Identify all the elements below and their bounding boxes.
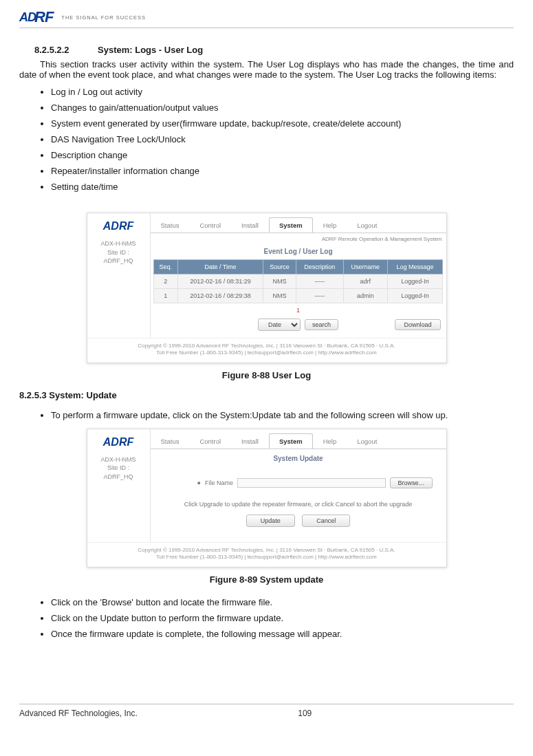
copyright-line: Copyright © 1999-2010 Advanced RF Techno… [93, 547, 441, 554]
tab-help[interactable]: Help [313, 433, 347, 449]
header-subtitle: ADRF Remote Operation & Management Syste… [151, 233, 446, 245]
mini-logo: ADRF [93, 220, 144, 233]
section-heading-update: 8.2.5.3 System: Update [19, 390, 514, 400]
cell-msg: Logged-In [387, 274, 442, 289]
sidebar-line: ADX-H-NMS [93, 455, 144, 464]
col-logmessage: Log Message [387, 260, 442, 274]
table-row: 2 2012-02-16 / 08:31:29 NMS ----- adrf L… [153, 274, 442, 289]
list-item: System event generated by user(firmware … [51, 116, 514, 131]
tab-system[interactable]: System [269, 433, 313, 449]
filter-select[interactable]: Date [258, 318, 301, 331]
contact-line: Toll Free Number (1-800-313-9345) | tech… [93, 554, 441, 561]
tab-logout[interactable]: Logout [347, 217, 387, 233]
list-item: Click on the 'Browse' button and locate … [51, 594, 514, 610]
list-item: Changes to gain/attenuation/output value… [51, 100, 514, 116]
cell-desc: ----- [296, 289, 343, 303]
tab-control[interactable]: Control [189, 433, 231, 449]
mini-logo: ADRF [93, 436, 144, 449]
logo-tagline: THE SIGNAL FOR SUCCESS [61, 14, 146, 21]
tab-install[interactable]: Install [231, 433, 269, 449]
cell-seq: 2 [153, 274, 177, 289]
section-number: 8.2.5.2.2 [34, 45, 98, 55]
cell-dt: 2012-02-16 / 08:29:38 [177, 289, 263, 303]
screenshot-footer: Copyright © 1999-2010 Advanced RF Techno… [87, 542, 446, 567]
list-item: Repeater/installer information change [51, 163, 514, 179]
search-button[interactable]: search [305, 319, 338, 330]
sidebar-line: Site ID : ADRF_HQ [93, 248, 144, 266]
bullet-list: To perform a firmware update, click on t… [43, 407, 514, 423]
list-item: Click on the Update button to perform th… [51, 610, 514, 626]
sidebar-line: ADX-H-NMS [93, 239, 144, 248]
list-item: Setting date/time [51, 179, 514, 195]
panel-title: Event Log / User Log [151, 245, 446, 259]
sidebar: ADRF ADX-H-NMS Site ID : ADRF_HQ [87, 213, 151, 338]
screenshot-footer: Copyright © 1999-2010 Advanced RF Techno… [87, 338, 446, 363]
tab-help[interactable]: Help [313, 217, 347, 233]
screenshot-update: ADRF ADX-H-NMS Site ID : ADRF_HQ Status … [87, 429, 447, 568]
tab-bar: Status Control Install System Help Logou… [151, 429, 446, 449]
cell-seq: 1 [153, 289, 177, 303]
tab-system[interactable]: System [269, 217, 313, 233]
update-hint: Click Upgrade to update the repeater fir… [156, 498, 441, 515]
bullet-list: Log in / Log out activity Changes to gai… [43, 84, 514, 195]
bullet-list: Click on the 'Browse' button and locate … [43, 594, 514, 642]
file-name-label: File Name [205, 479, 233, 486]
filter-row: Date search Download [151, 316, 446, 338]
page-footer: Advanced RF Technologies, Inc. 109 [19, 704, 514, 718]
section-heading: 8.2.5.2.2 System: Logs - User Log [34, 45, 514, 55]
list-item: Description change [51, 147, 514, 163]
section-title: System: Logs - User Log [98, 45, 203, 55]
list-item: DAS Navigation Tree Lock/Unlock [51, 131, 514, 147]
sidebar-line: Site ID : ADRF_HQ [93, 464, 144, 481]
browse-button[interactable]: Browse… [390, 477, 432, 488]
col-seq: Seq. [153, 260, 177, 274]
file-radio-icon[interactable]: ● [197, 479, 201, 486]
tab-status[interactable]: Status [151, 433, 190, 449]
section-paragraph: This section tracks user activity within… [19, 59, 514, 80]
cell-user: adrf [343, 274, 387, 289]
figure-update: ADRF ADX-H-NMS Site ID : ADRF_HQ Status … [19, 429, 514, 568]
file-row: ● File Name Browse… [156, 471, 441, 498]
footer-company: Advanced RF Technologies, Inc. [19, 709, 138, 718]
cell-msg: Logged-In [387, 289, 442, 303]
contact-line: Toll Free Number (1-800-313-9345) | tech… [93, 349, 441, 356]
company-logo: ADRF [19, 8, 53, 26]
cancel-button[interactable]: Cancel [302, 515, 350, 527]
cell-src: NMS [263, 289, 296, 303]
col-description: Description [296, 260, 343, 274]
userlog-table: Seq. Date / Time Source Description User… [153, 259, 443, 303]
list-item: To perform a firmware update, click on t… [51, 407, 514, 423]
pager[interactable]: 1 [151, 303, 446, 316]
figure-userlog: ADRF ADX-H-NMS Site ID : ADRF_HQ Status … [19, 213, 514, 363]
tab-status[interactable]: Status [151, 217, 190, 233]
logo-right: RF [34, 8, 53, 26]
footer-page-number: 109 [298, 709, 312, 718]
cell-desc: ----- [296, 274, 343, 289]
col-source: Source [263, 260, 296, 274]
col-username: Username [343, 260, 387, 274]
file-name-input[interactable] [237, 478, 387, 488]
table-row: 1 2012-02-16 / 08:29:38 NMS ----- admin … [153, 289, 442, 303]
col-datetime: Date / Time [177, 260, 263, 274]
panel-title: System Update [151, 449, 446, 466]
cell-user: admin [343, 289, 387, 303]
list-item: Once the firmware update is complete, th… [51, 626, 514, 642]
logo-left: AD [19, 10, 36, 25]
figure-caption: Figure 8-89 System update [19, 574, 514, 585]
copyright-line: Copyright © 1999-2010 Advanced RF Techno… [93, 343, 441, 349]
download-button[interactable]: Download [395, 319, 440, 330]
sidebar: ADRF ADX-H-NMS Site ID : ADRF_HQ [87, 429, 151, 542]
cell-src: NMS [263, 274, 296, 289]
tab-install[interactable]: Install [231, 217, 269, 233]
tab-bar: Status Control Install System Help Logou… [151, 213, 446, 233]
update-button[interactable]: Update [246, 515, 295, 527]
figure-caption: Figure 8-88 User Log [19, 370, 514, 380]
screenshot-userlog: ADRF ADX-H-NMS Site ID : ADRF_HQ Status … [87, 213, 447, 363]
page-header: ADRF THE SIGNAL FOR SUCCESS [19, 8, 514, 28]
update-buttons: Update Cancel [156, 515, 441, 534]
cell-dt: 2012-02-16 / 08:31:29 [177, 274, 263, 289]
tab-control[interactable]: Control [189, 217, 231, 233]
list-item: Log in / Log out activity [51, 84, 514, 100]
tab-logout[interactable]: Logout [347, 433, 387, 449]
